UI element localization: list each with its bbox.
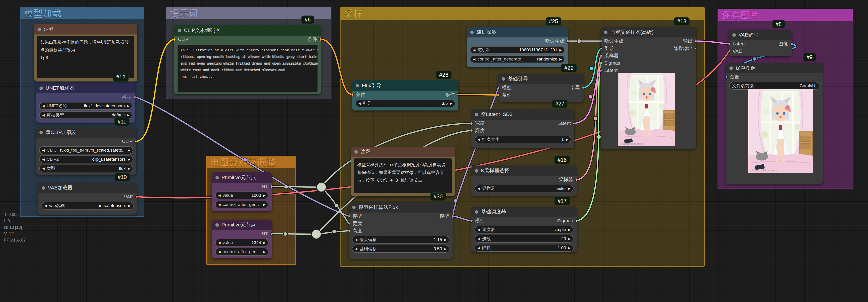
collapse-dot-icon[interactable] bbox=[352, 206, 355, 209]
model-sampling-flux-input-宽度[interactable]: 宽度 bbox=[349, 220, 362, 227]
output-slot-icon[interactable] bbox=[319, 38, 321, 41]
input-slot-icon[interactable] bbox=[600, 39, 602, 43]
sampler-custom-advanced-input-引导[interactable]: 引导 bbox=[600, 45, 614, 52]
output-slot-icon[interactable] bbox=[582, 86, 584, 89]
empty-latent-sd3[interactable]: 空Latent_SD3宽度Latent高度◀批次大小1▶ bbox=[471, 109, 575, 148]
collapse-dot-icon[interactable] bbox=[475, 210, 478, 214]
input-slot-icon[interactable] bbox=[352, 93, 354, 96]
decrement-arrow-icon[interactable]: ◀ bbox=[44, 204, 47, 208]
output-slot-icon[interactable] bbox=[573, 122, 575, 125]
basic-guider-input-模型[interactable]: 模型 bbox=[498, 84, 512, 91]
increment-arrow-icon[interactable]: ▶ bbox=[128, 167, 130, 170]
model-sampling-flux-widget-最大偏移[interactable]: ◀最大偏移1.15▶ bbox=[352, 236, 450, 244]
output-slot-icon[interactable] bbox=[135, 140, 136, 143]
basic-guider-output-引导[interactable]: 引导 bbox=[570, 84, 584, 91]
vae-decode-input-Latent[interactable]: Latent bbox=[729, 41, 746, 47]
input-slot-icon[interactable] bbox=[349, 229, 350, 232]
collapse-dot-icon[interactable] bbox=[502, 77, 505, 81]
dual-clip-loader-header[interactable]: 双CLIP加载器 bbox=[36, 127, 136, 138]
vae-loader-header[interactable]: VAE加载器 bbox=[38, 183, 137, 193]
note-sampling-text[interactable]: 模型采样算法Flux节点根据宽度和高度自动调整偏移值，如果不需要这样做，可以选中… bbox=[354, 158, 452, 193]
output-slot-icon[interactable] bbox=[135, 195, 137, 199]
unet-loader-header[interactable]: UNET加载器 bbox=[36, 83, 135, 93]
output-slot-icon[interactable] bbox=[451, 215, 453, 218]
collapse-dot-icon[interactable] bbox=[475, 169, 478, 172]
unet-loader-widget-UNET名称[interactable]: ◀UNET名称flux1-dev.safetensors▶ bbox=[39, 102, 132, 110]
flux-guidance-widget-引导[interactable]: ◀引导3.5▶ bbox=[355, 100, 455, 107]
decrement-arrow-icon[interactable]: ◀ bbox=[42, 104, 45, 108]
collapse-dot-icon[interactable] bbox=[475, 113, 478, 116]
primitive-height-output-INT[interactable]: INT bbox=[260, 231, 272, 237]
sampler-custom-advanced-input-Latent[interactable]: Latent bbox=[600, 67, 618, 73]
reroute-node[interactable] bbox=[317, 183, 326, 192]
empty-latent-sd3-widget-批次大小[interactable]: ◀批次大小1▶ bbox=[474, 136, 571, 143]
model-sampling-flux-header[interactable]: 模型采样算法Flux bbox=[349, 202, 453, 213]
input-slot-icon[interactable] bbox=[729, 42, 731, 46]
input-slot-icon[interactable] bbox=[498, 93, 500, 97]
decrement-arrow-icon[interactable]: ◀ bbox=[218, 203, 221, 207]
input-slot-icon[interactable] bbox=[600, 69, 602, 72]
increment-arrow-icon[interactable]: ▶ bbox=[128, 158, 130, 161]
collapse-dot-icon[interactable] bbox=[42, 186, 45, 190]
model-sampling-flux-widget-基础偏移[interactable]: ◀基础偏移0.50▶ bbox=[352, 245, 450, 253]
increment-arrow-icon[interactable]: ▶ bbox=[559, 57, 562, 61]
input-slot-icon[interactable] bbox=[471, 122, 473, 125]
note-model-text[interactable]: 如果出现显存不足的问题，请将UNET加载器节点的剪枝类型改为fp8 bbox=[37, 36, 134, 78]
dual-clip-loader-widget-类型[interactable]: ◀类型flux▶ bbox=[39, 165, 133, 172]
primitive-height-widget-value[interactable]: ◀value1344▶ bbox=[215, 239, 269, 247]
increment-arrow-icon[interactable]: ▶ bbox=[568, 228, 570, 231]
increment-arrow-icon[interactable]: ▶ bbox=[444, 247, 446, 251]
flux-guidance-header[interactable]: Flux引导 bbox=[352, 80, 458, 91]
increment-arrow-icon[interactable]: ▶ bbox=[263, 203, 266, 207]
increment-arrow-icon[interactable]: ▶ bbox=[263, 194, 266, 197]
ksampler-select-widget-采样器[interactable]: ◀采样器euler▶ bbox=[474, 185, 574, 192]
input-slot-icon[interactable] bbox=[600, 47, 602, 50]
collapse-dot-icon[interactable] bbox=[39, 86, 43, 90]
basic-guider-header[interactable]: 基础引导 bbox=[498, 74, 584, 84]
basic-scheduler[interactable]: 基础调度器模型Sigmas◀调度器simple▶◀步数20▶◀降噪1.00▶ bbox=[471, 207, 577, 252]
output-slot-icon[interactable] bbox=[566, 39, 568, 43]
output-slot-icon[interactable] bbox=[695, 39, 696, 43]
input-slot-icon[interactable] bbox=[729, 50, 731, 53]
collapse-dot-icon[interactable] bbox=[470, 31, 474, 34]
vae-decode[interactable]: VAE解码Latent图像VAE bbox=[729, 30, 792, 56]
basic-scheduler-output-Sigmas[interactable]: Sigmas bbox=[557, 218, 577, 223]
primitive-width-widget-control_after_generate.[interactable]: ◀control_after_generate.▶ bbox=[215, 201, 269, 209]
decrement-arrow-icon[interactable]: ◀ bbox=[477, 246, 480, 250]
clip-text-encode-header[interactable]: CLIP文本编码器 bbox=[175, 25, 321, 36]
increment-arrow-icon[interactable]: ▶ bbox=[444, 238, 446, 242]
dual-clip-loader[interactable]: 双CLIP加载器CLIP◀CLIP1t5xxl_fp8_e4m3fn_scale… bbox=[36, 127, 136, 175]
increment-arrow-icon[interactable]: ▶ bbox=[566, 138, 568, 141]
save-image-widget-文件名前缀[interactable]: 文件名前缀ComfyUI bbox=[729, 82, 819, 90]
decrement-arrow-icon[interactable]: ◀ bbox=[218, 250, 221, 254]
decrement-arrow-icon[interactable]: ◀ bbox=[473, 57, 475, 61]
flux-guidance[interactable]: Flux引导条件条件◀引导3.5▶ bbox=[352, 80, 458, 110]
primitive-height-header[interactable]: Primitive元节点 bbox=[212, 220, 272, 230]
group-titlebar-resolution[interactable]: 出图分辨率调整 bbox=[207, 156, 296, 168]
sampler-custom-advanced-input-噪波生成[interactable]: 噪波生成 bbox=[600, 38, 623, 44]
group-titlebar-model-load[interactable]: 模型加载 bbox=[21, 7, 144, 19]
input-slot-icon[interactable] bbox=[471, 219, 473, 223]
ksampler-select-output-采样器[interactable]: 采样器 bbox=[559, 176, 577, 183]
decrement-arrow-icon[interactable]: ◀ bbox=[477, 187, 480, 190]
ksampler-select[interactable]: K采样器选择采样器◀采样器euler▶ bbox=[471, 165, 577, 196]
decrement-arrow-icon[interactable]: ◀ bbox=[42, 113, 45, 117]
note-model-header[interactable]: 注释 bbox=[34, 24, 137, 34]
output-slot-icon[interactable] bbox=[695, 47, 696, 50]
basic-scheduler-input-模型[interactable]: 模型 bbox=[471, 218, 485, 224]
save-image-header[interactable]: 保存图像 bbox=[726, 63, 823, 73]
basic-guider-input-条件[interactable]: 条件 bbox=[498, 92, 512, 98]
clip-text-encode-output-条件[interactable]: 条件 bbox=[308, 36, 321, 43]
sampler-custom-advanced-output-输出[interactable]: 输出 bbox=[683, 38, 696, 44]
basic-scheduler-widget-调度器[interactable]: ◀调度器simple▶ bbox=[474, 226, 574, 234]
decrement-arrow-icon[interactable]: ◀ bbox=[42, 167, 45, 170]
sampler-custom-advanced-output-降噪输出[interactable]: 降噪输出 bbox=[674, 45, 696, 52]
increment-arrow-icon[interactable]: ▶ bbox=[568, 237, 570, 241]
basic-scheduler-header[interactable]: 基础调度器 bbox=[471, 207, 577, 217]
increment-arrow-icon[interactable]: ▶ bbox=[568, 187, 570, 190]
decrement-arrow-icon[interactable]: ◀ bbox=[477, 138, 480, 141]
random-noise[interactable]: 随机噪波噪波生成◀随机种1080911367121231▶◀control_af… bbox=[467, 27, 568, 67]
dual-clip-loader-widget-CLIP1[interactable]: ◀CLIP1t5xxl_fp8_e4m3fn_scaled.safete...▶ bbox=[39, 146, 133, 154]
model-sampling-flux-output-模型[interactable]: 模型 bbox=[439, 213, 453, 219]
vae-loader-output-VAE[interactable]: VAE bbox=[124, 194, 137, 199]
